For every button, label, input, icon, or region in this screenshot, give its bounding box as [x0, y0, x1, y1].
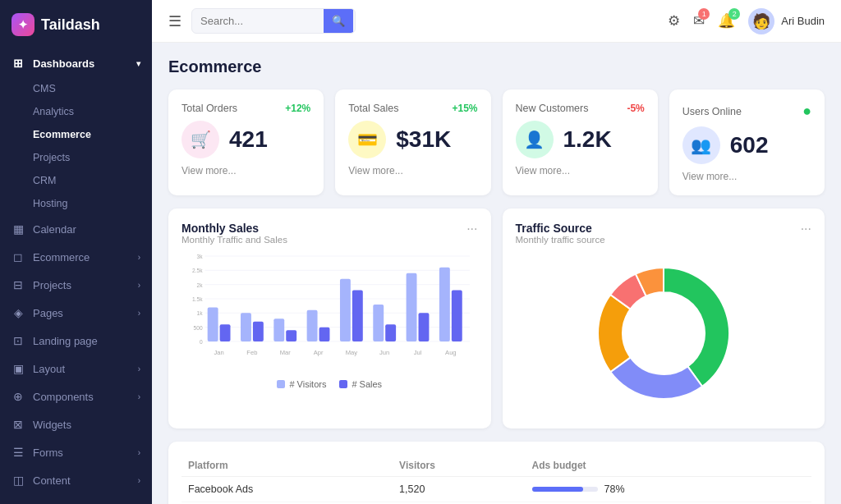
stat-value: 421 — [229, 126, 268, 153]
bar-chart-wrap: 3k2.5k2k1.5k1k5000JanFebMarAprMayJunJulA… — [182, 251, 478, 391]
col-budget: Ads budget — [526, 455, 811, 477]
svg-text:1.5k: 1.5k — [192, 296, 203, 302]
sidebar-item-ecommerce[interactable]: Ecommerce — [0, 123, 152, 146]
sidebar-item-content[interactable]: ◫ Content › — [0, 466, 152, 494]
progress-bar-wrap — [532, 487, 598, 492]
sidebar-item-pages[interactable]: ◈ Pages › — [0, 299, 152, 327]
sidebar-item-label: Dashboards — [33, 57, 94, 70]
stat-label: Users Online — [682, 106, 742, 117]
stat-change: -5% — [627, 103, 644, 114]
svg-text:Mar: Mar — [280, 349, 291, 356]
sidebar-section-nav: ▦ Calendar ◻ Ecommerce › ⊟ Projects › ◈ … — [0, 215, 152, 504]
table-row: Facebook Ads 1,520 78% — [182, 477, 811, 502]
search-button[interactable]: 🔍 — [324, 9, 353, 33]
donut-chart-svg — [581, 251, 746, 415]
svg-rect-17 — [241, 313, 251, 341]
forms-icon: ☰ — [11, 446, 25, 459]
sidebar-item-label: Forms — [33, 447, 63, 459]
chevron-icon: ▾ — [136, 59, 140, 68]
sidebar-item-ecommerce2[interactable]: ◻ Ecommerce › — [0, 243, 152, 271]
stat-cards: Total Orders +12% 🛒 421 View more... Tot… — [168, 89, 825, 195]
user-name: Ari Budin — [781, 15, 825, 27]
svg-rect-26 — [340, 279, 351, 341]
mail-badge: 1 — [698, 8, 710, 20]
svg-rect-21 — [286, 330, 296, 341]
platform-table-card: Platform Visitors Ads budget Facebook Ad… — [168, 442, 825, 504]
col-platform: Platform — [182, 455, 393, 477]
search-input[interactable] — [192, 9, 324, 33]
sidebar-item-hosting[interactable]: Hosting — [0, 192, 152, 215]
mail-icon[interactable]: ✉ 1 — [693, 12, 705, 30]
app-logo[interactable]: ✦ Taildash — [0, 0, 152, 49]
svg-text:Feb: Feb — [246, 349, 257, 356]
budget-cell: 78% — [526, 477, 811, 502]
stat-link[interactable]: View more... — [348, 165, 477, 176]
sidebar-item-layout[interactable]: ▣ Layout › — [0, 355, 152, 383]
stat-link[interactable]: View more... — [516, 165, 645, 176]
svg-text:May: May — [346, 349, 357, 356]
sidebar-item-charts[interactable]: ▦ Charts — [0, 494, 152, 504]
sidebar-item-calendar[interactable]: ▦ Calendar — [0, 215, 152, 243]
sidebar-item-label: Pages — [33, 307, 63, 319]
stat-link[interactable]: View more... — [182, 165, 310, 176]
stat-link[interactable]: View more... — [682, 171, 811, 182]
monthly-sales-menu[interactable]: ··· — [466, 222, 477, 236]
monthly-sales-card: Monthly Sales Monthly Traffic and Sales … — [168, 208, 491, 428]
stat-icon: 🛒 — [182, 121, 219, 158]
sidebar-item-projects2[interactable]: ⊟ Projects › — [0, 271, 152, 299]
sidebar-item-analytics[interactable]: Analytics — [0, 100, 152, 123]
header-actions: ⚙ ✉ 1 🔔 2 🧑 Ari Budin — [668, 8, 825, 34]
notification-icon[interactable]: 🔔 2 — [718, 12, 735, 30]
chevron-icon: › — [138, 253, 140, 262]
sidebar-item-dashboards[interactable]: ⊞ Dashboards ▾ — [0, 49, 152, 77]
visitors-value: 1,520 — [393, 477, 526, 502]
sidebar-item-forms[interactable]: ☰ Forms › — [0, 438, 152, 466]
ecommerce-icon: ◻ — [11, 250, 25, 263]
stat-card-users-online: Users Online ● 👥 602 View more... — [669, 89, 825, 195]
svg-text:2.5k: 2.5k — [192, 268, 203, 273]
svg-rect-35 — [439, 268, 450, 341]
stat-icon: 👤 — [516, 121, 554, 158]
sidebar-item-projects[interactable]: Projects — [0, 146, 152, 169]
chevron-icon: › — [138, 448, 140, 457]
bar-chart-svg: 3k2.5k2k1.5k1k5000JanFebMarAprMayJunJulA… — [182, 251, 478, 374]
stat-card-body: 👥 602 — [682, 126, 811, 164]
stat-card-header: Total Sales +15% — [348, 103, 477, 114]
traffic-source-menu[interactable]: ··· — [801, 222, 811, 236]
svg-rect-30 — [385, 324, 396, 341]
pages-icon: ◈ — [11, 306, 25, 319]
sidebar-item-crm[interactable]: CRM — [0, 169, 152, 192]
notification-badge: 2 — [728, 8, 740, 20]
legend-visitors-dot — [277, 380, 285, 388]
svg-text:Jan: Jan — [214, 349, 223, 356]
user-area[interactable]: 🧑 Ari Budin — [748, 8, 825, 34]
svg-text:0: 0 — [200, 339, 203, 345]
sidebar-section-dashboards: ⊞ Dashboards ▾ CMS Analytics Ecommerce P… — [0, 49, 152, 215]
traffic-source-subtitle: Monthly traffic source — [516, 235, 605, 245]
menu-icon[interactable]: ☰ — [168, 12, 182, 30]
sidebar-item-label: Calendar — [33, 223, 76, 236]
chevron-icon: › — [138, 476, 140, 485]
sidebar: ✦ Taildash ⊞ Dashboards ▾ CMS Analytics … — [0, 0, 152, 504]
svg-text:Jul: Jul — [414, 349, 422, 356]
stat-card-header: Total Orders +12% — [182, 103, 310, 114]
sidebar-item-label: Components — [33, 391, 94, 403]
settings-icon[interactable]: ⚙ — [668, 12, 680, 30]
sidebar-item-label: Landing page — [33, 335, 98, 347]
landing-icon: ⊡ — [11, 334, 25, 347]
svg-rect-18 — [253, 322, 264, 341]
svg-text:Jun: Jun — [379, 349, 389, 356]
chevron-icon: › — [138, 392, 140, 401]
sidebar-item-label: Ecommerce — [33, 251, 90, 263]
svg-rect-20 — [273, 318, 284, 341]
sidebar-item-cms[interactable]: CMS — [0, 77, 152, 100]
stat-change: +12% — [285, 103, 310, 114]
stat-card-total-orders: Total Orders +12% 🛒 421 View more... — [168, 89, 324, 195]
sidebar-item-components[interactable]: ⊕ Components › — [0, 383, 152, 410]
legend-visitors-label: # Visitors — [289, 379, 326, 389]
svg-text:3k: 3k — [197, 254, 204, 259]
calendar-icon: ▦ — [11, 222, 25, 236]
sidebar-item-landing[interactable]: ⊡ Landing page — [0, 327, 152, 355]
search-bar: 🔍 — [191, 8, 356, 34]
sidebar-item-widgets[interactable]: ⊠ Widgets — [0, 410, 152, 438]
